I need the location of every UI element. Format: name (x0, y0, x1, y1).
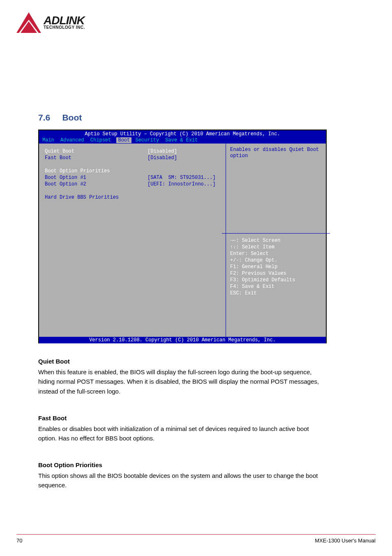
bios-row-blank (45, 188, 220, 195)
option-title: Boot Option Priorities (38, 461, 326, 468)
bios-tab-chipset: Chipset (90, 137, 113, 143)
bios-tab-security: Security (134, 137, 161, 143)
row-value: [Disabled] (148, 155, 220, 162)
logo-triangle-icon (16, 12, 41, 33)
bios-title: Aptio Setup Utility – Copyright (C) 2010… (42, 131, 323, 137)
bios-row-priorities-heading: Boot Option Priorities (45, 168, 220, 175)
row-value: [SATA SM: ST925031...] (148, 175, 220, 181)
row-label: Fast Boot (45, 155, 148, 162)
page-number: 70 (16, 537, 22, 544)
bios-tab-boot: Boot (116, 137, 131, 143)
row-label: Boot Option #1 (45, 175, 148, 181)
document-title: MXE-1300 User's Manual (315, 537, 376, 544)
section-heading: 7.6 Boot (38, 113, 82, 123)
bios-row-boot-option-2: Boot Option #2 [UEFI: InnostorInno...] (45, 181, 220, 188)
logo-text: ADLINK TECHNOLOGY INC. (44, 16, 85, 30)
option-body: When this feature is enabled, the BIOS w… (38, 367, 326, 396)
bios-screenshot: Aptio Setup Utility – Copyright (C) 2010… (38, 130, 327, 343)
bios-tabs: Main Advanced Chipset Boot Security Save… (42, 137, 323, 143)
bios-left-pane: Quiet Boot [Disabled] Fast Boot [Disable… (39, 144, 226, 337)
option-quiet-boot: Quiet Boot When this feature is enabled,… (38, 358, 326, 396)
row-value: [UEFI: InnostorInno...] (148, 181, 220, 188)
bios-help-divider (222, 233, 330, 234)
bios-header: Aptio Setup Utility – Copyright (C) 2010… (39, 130, 326, 144)
bios-tab-advanced: Advanced (60, 137, 87, 143)
row-value: [Disabled] (148, 148, 220, 155)
logo: ADLINK TECHNOLOGY INC. (16, 12, 85, 33)
option-title: Quiet Boot (38, 358, 326, 365)
bios-help-text: Enables or disables Quiet Boot option (230, 147, 322, 159)
bios-footer: Version 2.10.1208. Copyright (C) 2010 Am… (39, 337, 326, 343)
row-label: Quiet Boot (45, 148, 148, 155)
bios-tab-main: Main (42, 137, 57, 143)
option-body: Enables or disables boot with initializa… (38, 424, 326, 443)
bios-help-keys: →←: Select Screen ↑↓: Select Item Enter:… (230, 237, 295, 297)
logo-main: ADLINK (44, 16, 85, 25)
section-title: Boot (62, 113, 82, 122)
bios-row-boot-option-1: Boot Option #1 [SATA SM: ST925031...] (45, 175, 220, 181)
row-label: Boot Option Priorities (45, 168, 148, 175)
bios-row-fast-boot: Fast Boot [Disabled] (45, 155, 220, 162)
option-fast-boot: Fast Boot Enables or disables boot with … (38, 415, 326, 443)
section-number: 7.6 (38, 113, 50, 122)
bios-tab-save-exit: Save & Exit (164, 137, 200, 143)
bios-row-quiet-boot: Quiet Boot [Disabled] (45, 148, 220, 155)
option-boot-priorities: Boot Option Priorities This option shows… (38, 461, 326, 490)
option-title: Fast Boot (38, 415, 326, 422)
logo-sub: TECHNOLOGY INC. (44, 25, 85, 30)
option-body: This option shows all the BIOS bootable … (38, 471, 326, 490)
row-label: Hard Drive BBS Priorities (45, 195, 148, 201)
bios-right-pane: Enables or disables Quiet Boot option →←… (226, 144, 326, 337)
bios-row-blank (45, 162, 220, 168)
bios-row-hdd-bbs: Hard Drive BBS Priorities (45, 195, 220, 201)
row-label: Boot Option #2 (45, 181, 148, 188)
footer-line (16, 534, 376, 535)
bios-body: Quiet Boot [Disabled] Fast Boot [Disable… (39, 144, 326, 337)
